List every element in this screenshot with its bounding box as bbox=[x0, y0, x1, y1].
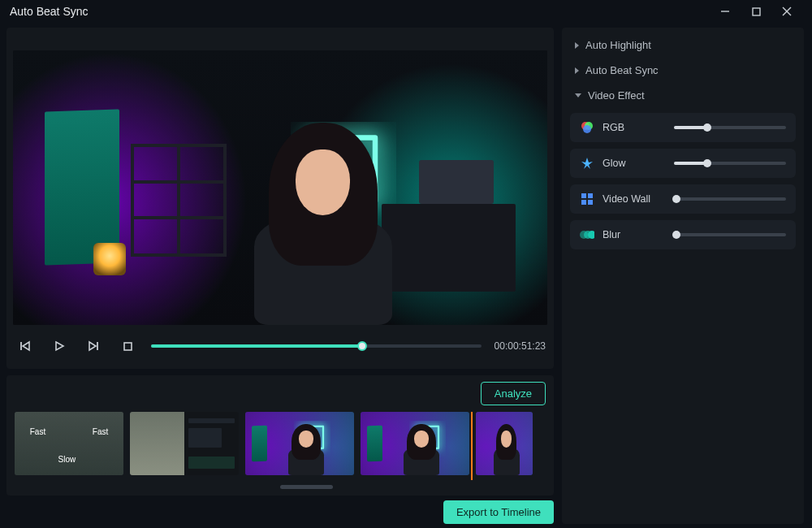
effect-slider-video-wall[interactable] bbox=[674, 197, 786, 201]
accordion-label: Auto Beat Sync bbox=[585, 64, 659, 76]
prev-frame-button[interactable] bbox=[15, 335, 36, 357]
next-frame-button[interactable] bbox=[83, 335, 104, 357]
clips-scrollbar[interactable] bbox=[15, 485, 546, 489]
accordion-label: Video Effect bbox=[588, 89, 645, 102]
clips-panel: Analyze Fast Fast Slow bbox=[6, 375, 554, 496]
left-column: 00:00:51:23 Analyze Fast Fast Slow bbox=[6, 28, 554, 524]
effect-row-glow: Glow bbox=[570, 149, 796, 178]
chevron-right-icon bbox=[575, 67, 579, 74]
effect-row-video-wall: Video Wall bbox=[570, 184, 796, 214]
accordion-label: Auto Highlight bbox=[585, 39, 651, 51]
stop-icon bbox=[123, 341, 133, 352]
minimize-icon bbox=[720, 6, 730, 16]
svg-marker-6 bbox=[56, 342, 63, 350]
svg-rect-16 bbox=[581, 200, 586, 205]
speed-label-fast: Fast bbox=[30, 427, 45, 436]
prev-frame-icon bbox=[19, 340, 31, 352]
effects-list: RGB Glow bbox=[562, 108, 804, 254]
accordion-video-effect[interactable]: Video Effect bbox=[562, 83, 804, 108]
svg-rect-9 bbox=[124, 343, 132, 350]
close-button[interactable] bbox=[771, 0, 802, 23]
title-bar: Auto Beat Sync bbox=[0, 0, 812, 23]
timecode: 00:00:51:23 bbox=[495, 340, 546, 352]
svg-rect-14 bbox=[581, 193, 586, 198]
seek-bar[interactable] bbox=[151, 344, 482, 348]
effect-label: Blur bbox=[603, 229, 666, 240]
svg-marker-7 bbox=[89, 342, 96, 350]
clips-strip[interactable]: Fast Fast Slow bbox=[15, 412, 546, 480]
minimize-button[interactable] bbox=[710, 0, 741, 23]
effect-label: RGB bbox=[603, 122, 666, 133]
export-row: Export to Timeline bbox=[6, 500, 554, 524]
close-icon bbox=[782, 6, 792, 16]
clip-thumb[interactable] bbox=[476, 412, 533, 475]
seek-handle[interactable] bbox=[357, 341, 367, 351]
next-frame-icon bbox=[88, 340, 99, 352]
glow-icon bbox=[580, 156, 594, 171]
play-icon bbox=[54, 340, 65, 352]
speed-label-fast: Fast bbox=[93, 427, 108, 436]
clip-thumb[interactable] bbox=[130, 412, 239, 475]
svg-marker-5 bbox=[23, 342, 29, 350]
export-to-timeline-button[interactable]: Export to Timeline bbox=[443, 500, 554, 524]
window-title: Auto Beat Sync bbox=[10, 5, 89, 18]
playhead-marker[interactable] bbox=[471, 412, 473, 480]
clip-thumb[interactable] bbox=[245, 412, 354, 475]
maximize-icon bbox=[752, 7, 761, 16]
clip-thumb[interactable] bbox=[361, 412, 469, 475]
accordion-auto-highlight[interactable]: Auto Highlight bbox=[562, 32, 804, 58]
chevron-down-icon bbox=[575, 93, 581, 97]
chevron-right-icon bbox=[575, 42, 579, 49]
effect-slider-blur[interactable] bbox=[674, 233, 786, 236]
video-wall-icon bbox=[580, 192, 594, 206]
svg-rect-15 bbox=[588, 193, 593, 198]
effect-label: Glow bbox=[603, 158, 666, 169]
blur-icon bbox=[580, 227, 594, 242]
effect-label: Video Wall bbox=[603, 193, 666, 205]
clip-thumb[interactable]: Fast Fast Slow bbox=[15, 412, 123, 475]
preview-panel: 00:00:51:23 bbox=[6, 28, 554, 369]
effect-slider-glow[interactable] bbox=[674, 162, 786, 165]
effect-row-blur: Blur bbox=[570, 220, 796, 249]
effect-slider-rgb[interactable] bbox=[674, 126, 786, 129]
play-button[interactable] bbox=[49, 335, 70, 357]
maximize-button[interactable] bbox=[741, 0, 771, 23]
clips-scrollbar-thumb[interactable] bbox=[280, 485, 333, 489]
rgb-icon bbox=[580, 120, 594, 135]
seek-fill bbox=[151, 344, 362, 348]
app-body: 00:00:51:23 Analyze Fast Fast Slow bbox=[0, 23, 812, 528]
accordion-auto-beat-sync[interactable]: Auto Beat Sync bbox=[562, 58, 804, 83]
svg-rect-17 bbox=[588, 200, 593, 205]
speed-label-slow: Slow bbox=[58, 455, 76, 464]
svg-point-12 bbox=[583, 125, 591, 133]
analyze-button[interactable]: Analyze bbox=[481, 382, 546, 405]
svg-marker-13 bbox=[581, 158, 593, 169]
side-panel: Auto Highlight Auto Beat Sync Video Effe… bbox=[562, 28, 804, 524]
video-preview[interactable] bbox=[13, 50, 547, 325]
right-column: Auto Highlight Auto Beat Sync Video Effe… bbox=[562, 28, 804, 524]
effect-row-rgb: RGB bbox=[570, 113, 796, 142]
preview-header bbox=[6, 28, 554, 50]
playback-bar: 00:00:51:23 bbox=[6, 330, 554, 362]
svg-rect-1 bbox=[753, 8, 760, 15]
stop-button[interactable] bbox=[117, 335, 138, 357]
